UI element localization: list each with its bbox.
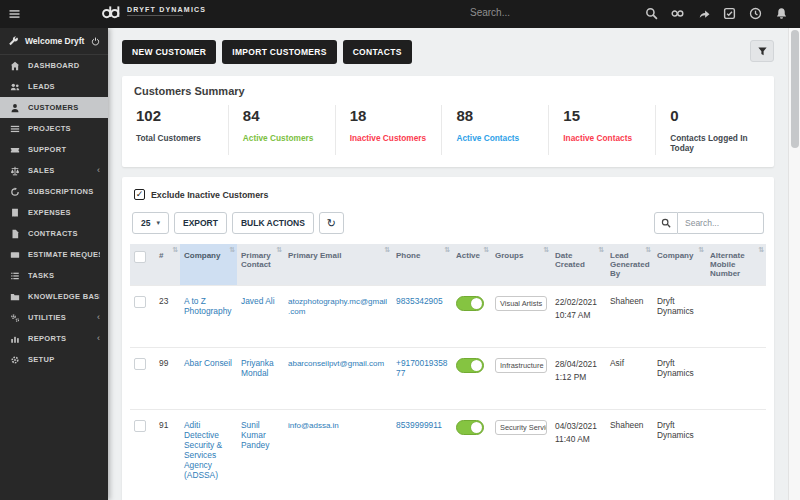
active-toggle[interactable] (456, 358, 484, 373)
infinity-icon[interactable] (671, 7, 684, 20)
menu-icon[interactable] (8, 8, 21, 20)
wrench-icon[interactable] (8, 36, 18, 46)
page-size-select[interactable]: 25 ▾ (132, 212, 169, 234)
date-created: 04/03/2021 (555, 420, 602, 433)
power-icon[interactable] (91, 37, 100, 46)
column-header-primary-email[interactable]: Primary Email⇅ (284, 244, 392, 286)
column-header-active[interactable]: Active⇅ (452, 244, 491, 286)
company-link[interactable]: Aditi Detective Security & Services Agen… (184, 420, 222, 480)
sidebar-item-reports[interactable]: REPORTS‹ (0, 328, 108, 349)
sidebar: Welcome Dryft DASHBOARDLEADSCUSTOMERSPRO… (0, 28, 108, 500)
phone-link[interactable]: 8539999911 (396, 420, 442, 430)
sort-icon[interactable]: ⇅ (229, 246, 235, 254)
contacts-button[interactable]: CONTACTS (343, 40, 412, 64)
active-toggle[interactable] (456, 420, 484, 435)
column-header-alternate-mobile-number[interactable]: Alternate Mobile Number⇅ (706, 244, 766, 286)
export-button[interactable]: EXPORT (174, 212, 227, 234)
sidebar-item-sales[interactable]: SALES‹ (0, 160, 108, 181)
sidebar-item-customers[interactable]: CUSTOMERS (0, 97, 108, 118)
bulk-actions-button[interactable]: BULK ACTIONS (232, 212, 314, 234)
sidebar-item-subscriptions[interactable]: SUBSCRIPTIONS (0, 181, 108, 202)
sort-icon[interactable]: ⇅ (543, 246, 549, 254)
sort-icon[interactable]: ⇅ (698, 246, 704, 254)
owner-company-cell: Dryft Dynamics (653, 286, 706, 348)
card-icon (10, 250, 20, 260)
table-search-button[interactable] (654, 212, 678, 234)
column-header-groups[interactable]: Groups⇅ (491, 244, 551, 286)
time-created: 10:47 AM (555, 309, 602, 322)
stat-label: Contacts Logged In Today (670, 133, 754, 153)
sidebar-item-projects[interactable]: PROJECTS (0, 118, 108, 139)
column-header-#[interactable]: #⇅ (155, 244, 180, 286)
active-cell (452, 286, 491, 348)
company-link[interactable]: Abar Conseil (184, 358, 232, 368)
column-header-date-created[interactable]: Date Created⇅ (551, 244, 606, 286)
tasks-icon[interactable] (723, 7, 736, 20)
summary-title: Customers Summary (134, 85, 762, 97)
column-header-primary-contact[interactable]: Primary Contact⇅ (237, 244, 284, 286)
page-scrollbar[interactable] (788, 28, 800, 500)
sidebar-item-expenses[interactable]: EXPENSES (0, 202, 108, 223)
sidebar-item-estimate-request[interactable]: ESTIMATE REQUEST (0, 244, 108, 265)
sidebar-item-label: KNOWLEDGE BASE (28, 292, 100, 301)
phone-link[interactable]: 9835342905 (396, 296, 443, 306)
sort-icon[interactable]: ⇅ (598, 246, 604, 254)
primary-email-link[interactable]: abarconseilpvt@gmail.com (288, 359, 384, 368)
share-icon[interactable] (697, 7, 710, 20)
sidebar-item-setup[interactable]: SETUP (0, 349, 108, 370)
primary-email-cell: atozphotography.mc@gmail.com (284, 286, 392, 348)
sidebar-item-tasks[interactable]: TASKS (0, 265, 108, 286)
row-checkbox[interactable] (134, 420, 146, 432)
stat-value: 102 (136, 107, 220, 124)
sort-icon[interactable]: ⇅ (276, 246, 282, 254)
sort-icon[interactable]: ⇅ (444, 246, 450, 254)
funnel-icon (757, 46, 768, 57)
row-checkbox[interactable] (134, 358, 146, 370)
sidebar-item-dashboard[interactable]: DASHBOARD (0, 55, 108, 76)
users-icon (10, 82, 20, 92)
checkbox-checked-icon[interactable]: ✓ (134, 189, 145, 200)
scrollbar-thumb[interactable] (791, 30, 799, 148)
primary-contact-link[interactable]: Sunil Kumar Pandey (241, 420, 269, 450)
sidebar-item-knowledge-base[interactable]: KNOWLEDGE BASE (0, 286, 108, 307)
clock-icon[interactable] (749, 7, 762, 20)
phone-link[interactable]: +917001935877 (396, 358, 447, 378)
table-row: 23A to Z PhotographyJaved Aliatozphotogr… (130, 286, 766, 348)
column-label: Primary Contact (241, 251, 271, 269)
column-header-company[interactable]: Company⇅ (653, 244, 706, 286)
sidebar-item-leads[interactable]: LEADS (0, 76, 108, 97)
primary-email-link[interactable]: info@adssa.in (288, 421, 339, 430)
column-header-lead-generated-by[interactable]: Lead Generated By⇅ (606, 244, 653, 286)
row-checkbox[interactable] (134, 296, 146, 308)
sort-icon[interactable]: ⇅ (384, 246, 390, 254)
company-link[interactable]: A to Z Photography (184, 296, 232, 316)
sidebar-item-label: SUPPORT (28, 145, 100, 154)
column-header-company[interactable]: Company⇅ (180, 244, 237, 286)
stat-value: 18 (350, 107, 434, 124)
active-toggle[interactable] (456, 296, 484, 311)
primary-contact-link[interactable]: Priyanka Mondal (241, 358, 274, 378)
exclude-inactive-checkbox[interactable]: ✓ Exclude Inactive Customers (134, 189, 766, 200)
select-all-checkbox[interactable] (134, 251, 146, 263)
bell-icon[interactable] (775, 7, 788, 20)
global-search-input[interactable] (470, 7, 600, 18)
filter-button[interactable] (750, 40, 774, 62)
import-customers-button[interactable]: IMPORT CUSTOMERS (222, 40, 336, 64)
sidebar-item-label: EXPENSES (28, 208, 100, 217)
new-customer-button[interactable]: NEW CUSTOMER (122, 40, 216, 64)
sidebar-item-support[interactable]: SUPPORT (0, 139, 108, 160)
sort-icon[interactable]: ⇅ (483, 246, 489, 254)
primary-contact-link[interactable]: Javed Ali (241, 296, 275, 306)
primary-email-link[interactable]: atozphotography.mc@gmail.com (288, 297, 387, 316)
table-search-input[interactable] (678, 212, 764, 234)
brand-logo[interactable]: DRYFT DYNAMICS (100, 4, 206, 19)
sort-icon[interactable]: ⇅ (172, 246, 178, 254)
sort-icon[interactable]: ⇅ (758, 246, 764, 254)
sidebar-item-utilities[interactable]: UTILITIES‹ (0, 307, 108, 328)
sidebar-item-contracts[interactable]: CONTRACTS (0, 223, 108, 244)
sort-icon[interactable]: ⇅ (645, 246, 651, 254)
lead-generated-by-cell: Asif (606, 348, 653, 410)
refresh-button[interactable]: ↻ (319, 212, 344, 234)
column-header-phone[interactable]: Phone⇅ (392, 244, 452, 286)
search-icon[interactable] (645, 7, 658, 20)
